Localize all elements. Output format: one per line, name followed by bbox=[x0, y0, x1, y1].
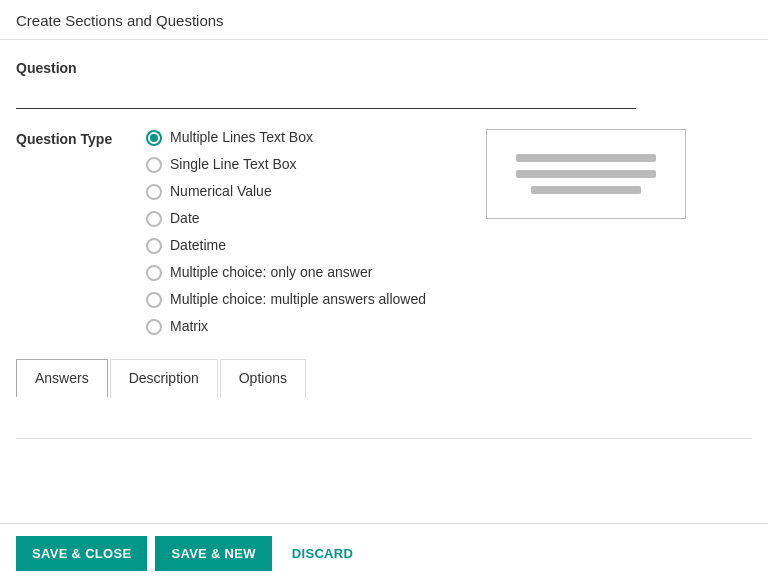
save-close-button[interactable]: SAVE & CLOSE bbox=[16, 536, 147, 571]
radio-multiple-lines[interactable] bbox=[146, 130, 162, 146]
question-input[interactable] bbox=[16, 84, 636, 109]
radio-option-matrix[interactable]: Matrix bbox=[146, 318, 426, 335]
preview-line-1 bbox=[516, 154, 656, 162]
question-type-preview bbox=[486, 129, 686, 219]
radio-datetime[interactable] bbox=[146, 238, 162, 254]
radio-option-multiple-lines[interactable]: Multiple Lines Text Box bbox=[146, 129, 426, 146]
tab-options[interactable]: Options bbox=[220, 359, 306, 398]
radio-matrix[interactable] bbox=[146, 319, 162, 335]
radio-option-single-line[interactable]: Single Line Text Box bbox=[146, 156, 426, 173]
radio-option-date[interactable]: Date bbox=[146, 210, 426, 227]
radio-date[interactable] bbox=[146, 211, 162, 227]
radio-label-date: Date bbox=[170, 210, 200, 226]
tab-content-answers bbox=[16, 398, 752, 438]
question-type-label: Question Type bbox=[16, 129, 126, 147]
radio-label-numerical: Numerical Value bbox=[170, 183, 272, 199]
radio-multiple-many[interactable] bbox=[146, 292, 162, 308]
radio-label-matrix: Matrix bbox=[170, 318, 208, 334]
tabs-section: Answers Description Options bbox=[16, 359, 752, 439]
question-type-radio-group: Multiple Lines Text Box Single Line Text… bbox=[146, 129, 426, 335]
radio-option-numerical[interactable]: Numerical Value bbox=[146, 183, 426, 200]
radio-numerical[interactable] bbox=[146, 184, 162, 200]
tab-answers[interactable]: Answers bbox=[16, 359, 108, 398]
radio-label-single-line: Single Line Text Box bbox=[170, 156, 297, 172]
save-new-button[interactable]: SAVE & NEW bbox=[155, 536, 271, 571]
radio-label-multiple-one: Multiple choice: only one answer bbox=[170, 264, 372, 280]
question-type-section: Question Type Multiple Lines Text Box Si… bbox=[16, 129, 752, 335]
question-label: Question bbox=[16, 60, 752, 76]
radio-single-line[interactable] bbox=[146, 157, 162, 173]
tabs-bar: Answers Description Options bbox=[16, 359, 752, 398]
radio-label-multiple-lines: Multiple Lines Text Box bbox=[170, 129, 313, 145]
page-header: Create Sections and Questions bbox=[0, 0, 768, 40]
radio-multiple-one[interactable] bbox=[146, 265, 162, 281]
footer: SAVE & CLOSE SAVE & NEW DISCARD bbox=[0, 523, 768, 583]
radio-option-multiple-one[interactable]: Multiple choice: only one answer bbox=[146, 264, 426, 281]
preview-line-2 bbox=[516, 170, 656, 178]
tab-description[interactable]: Description bbox=[110, 359, 218, 398]
preview-line-3 bbox=[531, 186, 641, 194]
radio-option-datetime[interactable]: Datetime bbox=[146, 237, 426, 254]
discard-button[interactable]: DISCARD bbox=[280, 536, 365, 571]
main-content: Question Question Type Multiple Lines Te… bbox=[0, 40, 768, 523]
page-title: Create Sections and Questions bbox=[16, 12, 224, 29]
radio-option-multiple-many[interactable]: Multiple choice: multiple answers allowe… bbox=[146, 291, 426, 308]
radio-label-multiple-many: Multiple choice: multiple answers allowe… bbox=[170, 291, 426, 307]
radio-label-datetime: Datetime bbox=[170, 237, 226, 253]
question-field-section: Question bbox=[16, 60, 752, 109]
